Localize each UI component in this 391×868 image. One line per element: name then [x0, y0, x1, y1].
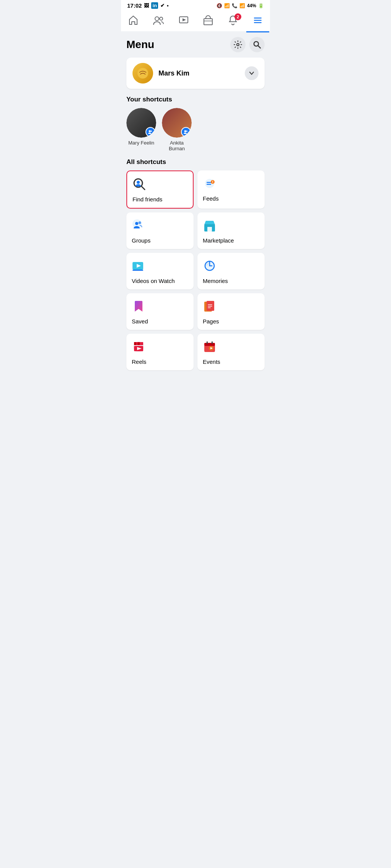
tile-saved[interactable]: Saved	[126, 293, 194, 330]
tile-label-saved: Saved	[132, 318, 188, 325]
wifi-icon: 📶	[224, 3, 230, 8]
tile-label-reels: Reels	[132, 358, 188, 365]
tile-label-memories: Memories	[203, 278, 259, 284]
notification-badge: 2	[234, 13, 241, 20]
svg-point-9	[237, 43, 239, 46]
all-shortcuts-title: All shortcuts	[126, 158, 265, 166]
main-content: Menu	[121, 32, 270, 379]
tile-events[interactable]: Events	[197, 334, 265, 370]
svg-point-27	[135, 222, 138, 225]
profile-name: Mars Kim	[158, 69, 189, 77]
shortcut-img-ankita	[162, 108, 192, 138]
your-shortcuts-section: Your shortcuts Mary Feelin	[126, 96, 265, 151]
tile-find-friends[interactable]: Find friends	[126, 170, 194, 209]
avatar-illustration	[136, 67, 149, 80]
marketplace-tile-icon	[203, 219, 259, 234]
tile-label-marketplace: Marketplace	[203, 237, 259, 244]
tile-label-find-friends: Find friends	[132, 196, 187, 203]
check-icon: ✔	[160, 3, 165, 8]
avatar	[132, 63, 153, 84]
profile-dropdown-button[interactable]	[245, 66, 259, 80]
tile-pages[interactable]: Pages	[197, 293, 265, 330]
status-time: 17:02	[127, 2, 142, 9]
your-shortcuts-title: Your shortcuts	[126, 96, 265, 103]
find-friends-icon	[132, 177, 187, 193]
feeds-icon	[203, 177, 259, 192]
svg-line-18	[141, 186, 145, 190]
battery-icon: 🔋	[258, 3, 264, 8]
all-shortcuts-section: All shortcuts Find friends	[126, 158, 265, 370]
nav-home[interactable]	[122, 13, 145, 30]
svg-rect-49	[207, 341, 208, 344]
svg-rect-30	[207, 227, 212, 231]
mute-icon: 🔇	[217, 3, 222, 8]
svg-point-1	[160, 17, 163, 20]
svg-rect-46	[204, 343, 215, 346]
tile-label-events: Events	[203, 358, 259, 365]
tile-memories[interactable]: Memories	[197, 253, 265, 289]
marketplace-icon	[203, 15, 213, 28]
shortcut-name-ankita: Ankita Burnan	[162, 140, 192, 151]
tile-reels[interactable]: Reels	[126, 334, 194, 370]
photo-icon: 🖼	[144, 3, 149, 8]
tile-label-videos: Videos on Watch	[132, 278, 188, 284]
settings-button[interactable]	[230, 37, 246, 52]
nav-watch[interactable]	[172, 13, 195, 30]
header-buttons	[230, 37, 265, 52]
shortcuts-row: Mary Feelin Ankita Burnan	[126, 108, 265, 151]
tile-marketplace[interactable]: Marketplace	[197, 212, 265, 249]
svg-point-13	[149, 130, 151, 132]
call-icon: 📞	[232, 3, 238, 8]
svg-marker-3	[183, 18, 186, 21]
linkedin-icon: in	[151, 2, 158, 9]
svg-rect-22	[207, 184, 211, 185]
events-icon	[203, 340, 259, 355]
shortcut-mary[interactable]: Mary Feelin	[126, 108, 156, 151]
page-header: Menu	[126, 37, 265, 52]
search-icon	[253, 40, 261, 49]
nav-marketplace[interactable]	[197, 13, 220, 30]
watch-icon	[178, 15, 189, 28]
tile-label-feeds: Feeds	[203, 195, 259, 202]
svg-point-25	[212, 182, 213, 183]
videos-icon	[132, 259, 188, 275]
groups-icon	[132, 219, 188, 234]
tile-groups[interactable]: Groups	[126, 212, 194, 249]
svg-point-28	[139, 222, 141, 224]
nav-notifications[interactable]: 2	[221, 13, 244, 30]
page-title: Menu	[126, 39, 154, 51]
dot-icon: •	[167, 3, 169, 8]
tile-label-pages: Pages	[203, 318, 259, 325]
shortcut-name-mary: Mary Feelin	[128, 140, 154, 146]
svg-rect-34	[132, 270, 143, 271]
svg-rect-6	[254, 18, 262, 19]
svg-rect-41	[134, 342, 136, 345]
svg-rect-42	[137, 342, 140, 345]
tile-feeds[interactable]: Feeds	[197, 170, 265, 209]
friends-icon	[153, 15, 164, 28]
svg-point-14	[150, 130, 152, 132]
shortcuts-grid: Find friends Feeds	[126, 170, 265, 370]
shortcut-ankita[interactable]: Ankita Burnan	[162, 108, 192, 151]
svg-rect-38	[207, 301, 214, 311]
signal-icon: 📶	[239, 3, 245, 8]
svg-point-0	[155, 17, 159, 21]
menu-icon	[252, 15, 263, 28]
svg-point-15	[184, 130, 186, 132]
status-bar: 17:02 🖼 in ✔ • 🔇 📶 📞 📶 44% 🔋	[121, 0, 270, 10]
svg-line-11	[258, 46, 261, 48]
nav-friends[interactable]	[147, 13, 170, 30]
svg-rect-7	[254, 20, 262, 21]
pages-icon	[203, 299, 259, 315]
profile-card[interactable]: Mars Kim	[126, 58, 265, 89]
shortcut-img-mary	[126, 108, 156, 138]
svg-rect-4	[204, 19, 212, 25]
group-icon-2	[183, 129, 189, 135]
nav-menu[interactable]	[246, 13, 269, 30]
profile-left: Mars Kim	[132, 63, 189, 84]
group-badge-ankita	[181, 127, 191, 137]
search-button[interactable]	[249, 37, 265, 52]
nav-bar: 2	[121, 10, 270, 32]
saved-icon	[132, 299, 188, 315]
tile-videos-on-watch[interactable]: Videos on Watch	[126, 253, 194, 289]
